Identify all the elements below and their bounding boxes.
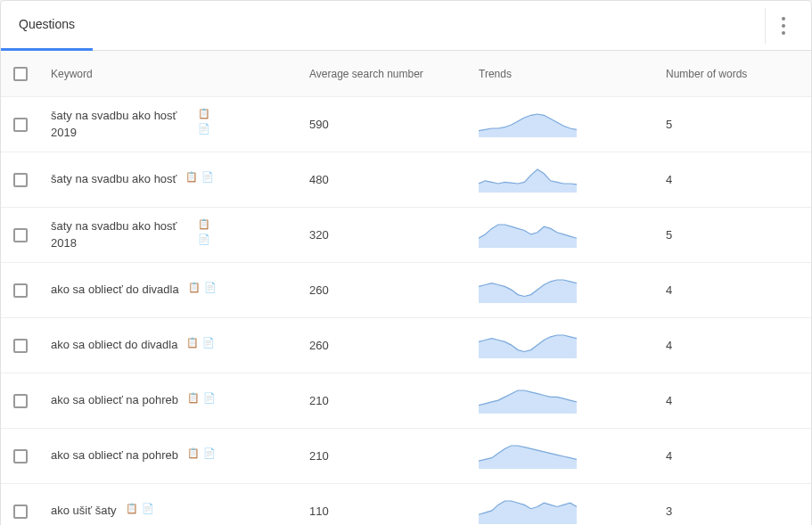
tab-bar: Questions (1, 1, 811, 51)
keyword-text: ako sa obliect do divadla (51, 337, 177, 353)
avg-value: 320 (309, 228, 479, 242)
table-row: ako sa obliect do divadla📋📄2604 (1, 318, 811, 373)
keyword-actions: 📋📄 (185, 171, 214, 183)
word-count: 4 (666, 339, 799, 352)
keyword-table: Keyword Average search number Trends Num… (1, 51, 811, 525)
keyword-actions: 📋📄 (126, 503, 154, 514)
keyword-text: šaty na svadbu ako hosť 2019 (51, 108, 189, 140)
header-avg[interactable]: Average search number (309, 68, 479, 80)
row-checkbox[interactable] (13, 228, 28, 242)
avg-value: 260 (309, 339, 479, 352)
copy-icon[interactable]: 📄 (201, 171, 214, 183)
header-trends[interactable]: Trends (479, 68, 666, 80)
table-header: Keyword Average search number Trends Num… (1, 51, 811, 97)
table-row: šaty na svadbu ako hosť📋📄4804 (1, 152, 811, 208)
tab-questions[interactable]: Questions (1, 1, 93, 51)
serp-icon[interactable]: 📋 (198, 218, 210, 230)
word-count: 4 (666, 173, 799, 186)
row-checkbox[interactable] (13, 504, 28, 519)
word-count: 5 (666, 118, 799, 131)
serp-icon[interactable]: 📋 (187, 392, 200, 404)
more-vert-icon (782, 16, 785, 36)
trend-sparkline (479, 278, 577, 303)
trend-sparkline (479, 112, 577, 137)
header-keyword[interactable]: Keyword (51, 68, 309, 80)
avg-value: 260 (309, 283, 479, 297)
keyword-text: šaty na svadbu ako hosť (51, 171, 176, 187)
table-row: šaty na svadbu ako hosť 2019📋📄5905 (1, 97, 811, 152)
copy-icon[interactable]: 📄 (198, 123, 210, 135)
trend-sparkline (479, 444, 577, 469)
select-all-checkbox[interactable] (13, 67, 28, 81)
copy-icon[interactable]: 📄 (198, 234, 210, 245)
word-count: 3 (666, 504, 799, 518)
trend-sparkline (479, 223, 577, 248)
trend-sparkline (479, 499, 577, 524)
row-checkbox[interactable] (13, 173, 28, 187)
keyword-text: ako sa obliecť do divadla (51, 282, 179, 298)
keyword-actions: 📋📄 (198, 108, 210, 135)
trend-sparkline (479, 333, 577, 358)
keyword-text: ako sa obliecť na pohreb (51, 392, 178, 408)
trend-sparkline (479, 168, 577, 193)
keyword-panel: Questions Keyword Average search number … (0, 0, 812, 525)
serp-icon[interactable]: 📋 (198, 108, 210, 119)
copy-icon[interactable]: 📄 (202, 337, 215, 349)
row-checkbox[interactable] (13, 449, 28, 463)
copy-icon[interactable]: 📄 (203, 447, 216, 459)
word-count: 4 (666, 283, 799, 297)
copy-icon[interactable]: 📄 (142, 503, 154, 514)
more-button[interactable] (765, 8, 800, 44)
word-count: 5 (666, 228, 799, 242)
row-checkbox[interactable] (13, 394, 28, 408)
avg-value: 110 (309, 504, 479, 518)
table-row: ako sa obliecť na pohreb📋📄2104 (1, 429, 811, 484)
serp-icon[interactable]: 📋 (186, 337, 199, 349)
avg-value: 590 (309, 118, 479, 131)
table-row: šaty na svadbu ako hosť 2018📋📄3205 (1, 208, 811, 263)
copy-icon[interactable]: 📄 (203, 392, 216, 404)
avg-value: 480 (309, 173, 479, 186)
word-count: 4 (666, 449, 799, 463)
keyword-text: šaty na svadbu ako hosť 2018 (51, 218, 189, 250)
row-checkbox[interactable] (13, 118, 28, 132)
keyword-actions: 📋📄 (198, 218, 210, 245)
serp-icon[interactable]: 📋 (185, 171, 198, 183)
keyword-text: ako ušiť šaty (51, 503, 117, 519)
avg-value: 210 (309, 449, 479, 463)
tab-label: Questions (19, 17, 75, 31)
word-count: 4 (666, 394, 799, 407)
serp-icon[interactable]: 📋 (188, 282, 201, 293)
avg-value: 210 (309, 394, 479, 407)
keyword-actions: 📋📄 (187, 392, 216, 404)
serp-icon[interactable]: 📋 (126, 503, 138, 514)
keyword-text: ako sa obliecť na pohreb (51, 447, 178, 463)
table-row: ako sa obliecť do divadla📋📄2604 (1, 263, 811, 318)
serp-icon[interactable]: 📋 (187, 447, 200, 459)
table-row: ako ušiť šaty📋📄1103 (1, 484, 811, 525)
keyword-actions: 📋📄 (186, 337, 215, 349)
copy-icon[interactable]: 📄 (204, 282, 217, 293)
keyword-actions: 📋📄 (188, 282, 217, 293)
header-words[interactable]: Number of words (666, 68, 799, 80)
table-row: ako sa obliecť na pohreb📋📄2104 (1, 373, 811, 429)
row-checkbox[interactable] (13, 339, 28, 353)
trend-sparkline (479, 389, 577, 414)
keyword-actions: 📋📄 (187, 447, 216, 459)
row-checkbox[interactable] (13, 283, 28, 298)
